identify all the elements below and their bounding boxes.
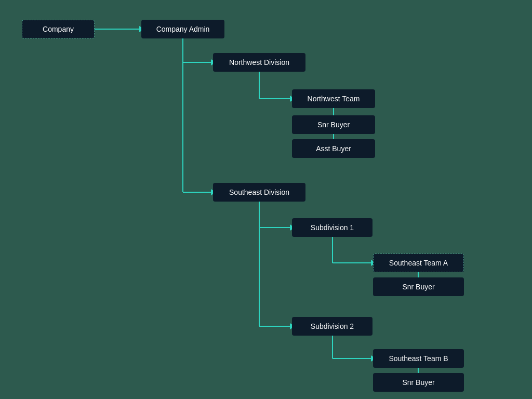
southeast-team-b-node: Southeast Team B [373,349,464,368]
snr-buyer-1-node: Snr Buyer [292,115,375,134]
northwest-division-node: Northwest Division [213,53,305,72]
snr-buyer-2-node: Snr Buyer [373,277,464,296]
company-admin-node: Company Admin [141,20,224,38]
southeast-division-node: Southeast Division [213,183,305,202]
subdivision-1-node: Subdivision 1 [292,218,373,237]
org-chart: Company Company Admin Northwest Division… [0,0,532,399]
northwest-team-node: Northwest Team [292,89,375,108]
asst-buyer-node: Asst Buyer [292,139,375,158]
company-node: Company [22,20,95,38]
subdivision-2-node: Subdivision 2 [292,317,373,336]
southeast-team-a-node: Southeast Team A [373,254,464,272]
snr-buyer-3-node: Snr Buyer [373,373,464,392]
